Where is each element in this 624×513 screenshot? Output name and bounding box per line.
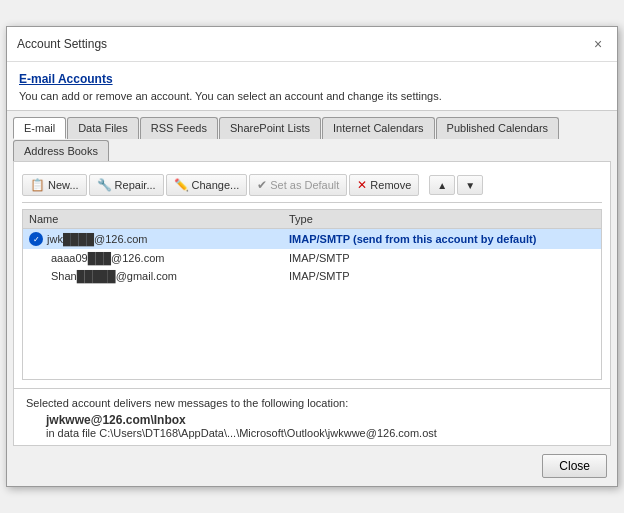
dialog-title: Account Settings [17, 37, 107, 51]
footer-section: Selected account delivers new messages t… [13, 389, 611, 446]
header-description: You can add or remove an account. You ca… [19, 90, 605, 102]
row-account-name: Shan█████@gmail.com [29, 270, 289, 282]
row-account-type: IMAP/SMTP (send from this account by def… [289, 233, 595, 245]
table-body: ✓ jwk████@126.com IMAP/SMTP (send from t… [23, 229, 601, 379]
remove-button[interactable]: Remove [349, 174, 419, 196]
accounts-table: Name Type ✓ jwk████@126.com IMAP/SMTP (s… [22, 209, 602, 380]
tab-rss-feeds[interactable]: RSS Feeds [140, 117, 218, 139]
tab-data-files[interactable]: Data Files [67, 117, 139, 139]
toolbar: New... Repair... Change... Set as Defaul… [22, 170, 602, 203]
set-default-icon [257, 178, 267, 192]
move-down-button[interactable] [457, 175, 483, 195]
change-button[interactable]: Change... [166, 174, 248, 196]
header-section: E-mail Accounts You can add or remove an… [7, 62, 617, 110]
up-arrow-icon [437, 179, 447, 191]
repair-icon [97, 178, 112, 192]
tab-published-calendars[interactable]: Published Calendars [436, 117, 560, 139]
title-bar: Account Settings × [7, 27, 617, 62]
default-account-icon: ✓ [29, 232, 43, 246]
window-close-button[interactable]: × [589, 35, 607, 53]
row-account-type: IMAP/SMTP [289, 252, 595, 264]
footer-account-path: jwkwwe@126.com\Inbox [26, 413, 598, 427]
tab-email[interactable]: E-mail [13, 117, 66, 139]
footer-datafile-path: in data file C:\Users\DT168\AppData\...\… [26, 427, 598, 439]
repair-button[interactable]: Repair... [89, 174, 164, 196]
header-title: E-mail Accounts [19, 72, 605, 86]
footer-description: Selected account delivers new messages t… [26, 397, 598, 409]
table-header: Name Type [23, 210, 601, 229]
tab-internet-calendars[interactable]: Internet Calendars [322, 117, 435, 139]
row-account-name: aaaa09███@126.com [29, 252, 289, 264]
content-area: New... Repair... Change... Set as Defaul… [13, 161, 611, 389]
move-up-button[interactable] [429, 175, 455, 195]
set-default-button[interactable]: Set as Default [249, 174, 347, 196]
new-icon [30, 178, 45, 192]
table-row[interactable]: ✓ jwk████@126.com IMAP/SMTP (send from t… [23, 229, 601, 249]
account-settings-dialog: Account Settings × E-mail Accounts You c… [6, 26, 618, 487]
col-header-type: Type [289, 213, 595, 225]
row-account-name: ✓ jwk████@126.com [29, 232, 289, 246]
change-icon [174, 178, 189, 192]
bottom-bar: Close [7, 446, 617, 486]
tabs-container: E-mail Data Files RSS Feeds SharePoint L… [7, 110, 617, 161]
remove-icon [357, 178, 367, 192]
tab-sharepoint-lists[interactable]: SharePoint Lists [219, 117, 321, 139]
tab-address-books[interactable]: Address Books [13, 140, 109, 161]
close-button[interactable]: Close [542, 454, 607, 478]
down-arrow-icon [465, 179, 475, 191]
table-row[interactable]: Shan█████@gmail.com IMAP/SMTP [23, 267, 601, 285]
new-button[interactable]: New... [22, 174, 87, 196]
row-account-type: IMAP/SMTP [289, 270, 595, 282]
table-row[interactable]: aaaa09███@126.com IMAP/SMTP [23, 249, 601, 267]
col-header-name: Name [29, 213, 289, 225]
